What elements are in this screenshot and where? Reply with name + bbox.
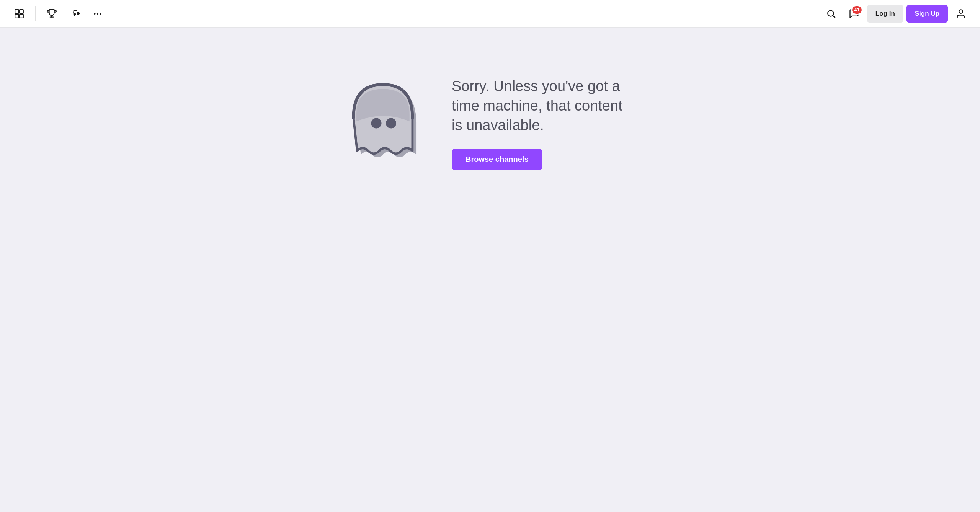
music-button[interactable] [65, 4, 85, 24]
svg-line-10 [833, 15, 835, 18]
search-icon [826, 9, 836, 19]
browse-button[interactable] [9, 4, 29, 24]
notifications-button[interactable]: 41 [844, 4, 864, 24]
navbar-left [9, 4, 108, 24]
svg-point-6 [94, 13, 95, 14]
nav-divider [35, 6, 36, 21]
user-icon [956, 8, 966, 19]
more-button[interactable] [88, 4, 108, 24]
error-container: Sorry. Unless you've got a time machine,… [345, 73, 635, 173]
svg-point-15 [371, 118, 382, 129]
svg-point-14 [959, 10, 962, 13]
svg-rect-3 [20, 14, 23, 18]
svg-rect-2 [15, 14, 19, 18]
main-content: Sorry. Unless you've got a time machine,… [0, 28, 980, 512]
svg-point-8 [100, 13, 101, 14]
notification-badge: 41 [851, 5, 862, 15]
trophy-icon [47, 9, 57, 19]
error-text-section: Sorry. Unless you've got a time machine,… [452, 77, 635, 170]
svg-rect-1 [20, 10, 23, 13]
ghost-svg [345, 73, 429, 173]
user-profile-button[interactable] [951, 4, 971, 24]
signup-button[interactable]: Sign Up [906, 5, 948, 23]
music-icon [70, 9, 80, 19]
svg-point-16 [386, 118, 396, 129]
error-message: Sorry. Unless you've got a time machine,… [452, 77, 635, 135]
esports-button[interactable] [42, 4, 62, 24]
login-button[interactable]: Log In [867, 5, 903, 23]
more-icon [93, 9, 103, 19]
navbar-right: 41 Log In Sign Up [821, 4, 971, 24]
svg-point-7 [97, 13, 98, 14]
browse-channels-button[interactable]: Browse channels [452, 149, 542, 170]
search-button[interactable] [821, 4, 841, 24]
browse-icon [14, 9, 24, 19]
navbar: 41 Log In Sign Up [0, 0, 980, 28]
svg-rect-0 [15, 10, 19, 13]
ghost-illustration [345, 73, 429, 173]
